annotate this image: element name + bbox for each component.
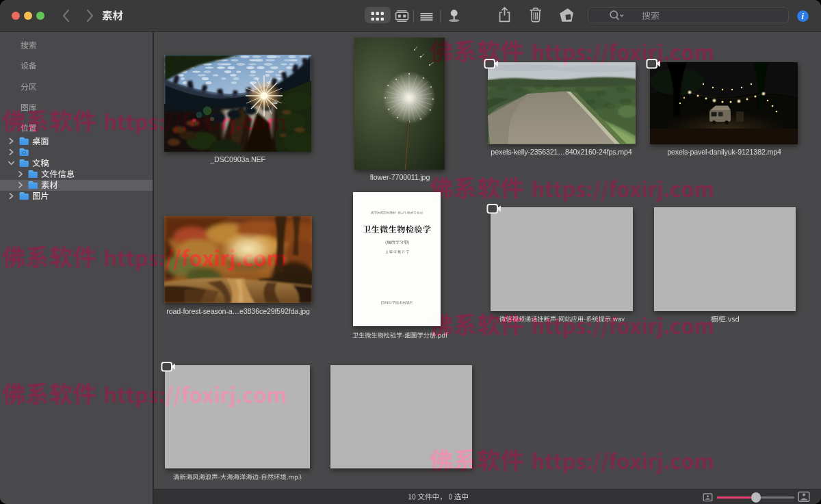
svg-text:i: i	[802, 12, 805, 21]
